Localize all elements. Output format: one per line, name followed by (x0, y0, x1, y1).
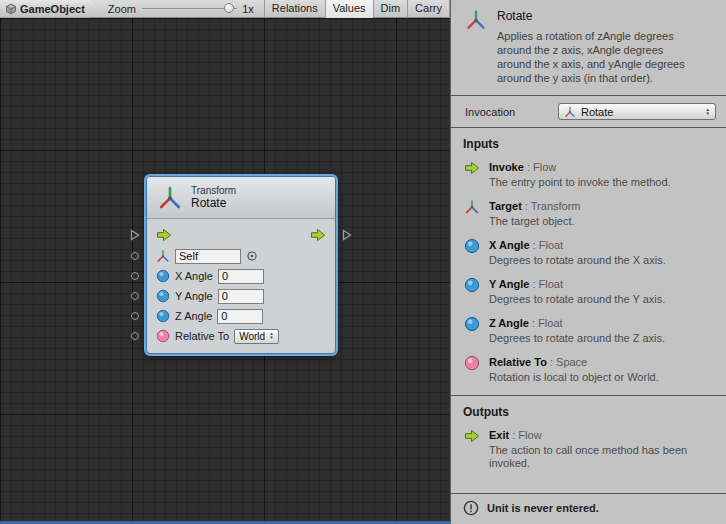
invocation-row: Invocation Rotate ▲▼ (451, 96, 726, 128)
node-row-self (147, 246, 335, 266)
transform-axes-icon (464, 199, 480, 215)
x-angle-label: X Angle (175, 270, 213, 282)
exit-flow-arrow-icon[interactable] (310, 227, 326, 243)
float-circle-icon (464, 238, 480, 254)
relative-to-label: Relative To (175, 330, 229, 342)
warning-bar: Unit is never entered. (451, 493, 726, 524)
z-angle-port[interactable] (131, 312, 139, 320)
port-entry-invoke: InvokeFlow The entry point to invoke the… (451, 155, 726, 194)
float-circle-icon (156, 269, 170, 283)
float-circle-icon (156, 289, 170, 303)
node-row-x-angle: X Angle (147, 266, 335, 286)
inspector-panel: Rotate Applies a rotation of zAngle degr… (450, 0, 726, 524)
x-angle-port[interactable] (131, 272, 139, 280)
zoom-slider-knob[interactable] (224, 3, 234, 13)
z-angle-input[interactable] (217, 309, 263, 324)
port-entry-exit: ExitFlow The action to call once method … (451, 423, 726, 475)
transform-axes-icon (564, 106, 576, 118)
graph-toolbar: GameObject Zoom 1x Relations Values Dim … (0, 0, 450, 18)
breadcrumb-gameobject[interactable]: GameObject (0, 0, 98, 18)
space-circle-icon (464, 355, 480, 371)
flow-output-port[interactable] (342, 229, 352, 241)
x-angle-input[interactable] (218, 269, 264, 284)
port-entry-z-angle: Z AngleFloat Degrees to rotate around th… (451, 311, 726, 350)
node-transform-rotate[interactable]: Transform Rotate (146, 176, 336, 354)
node-title: Transform (191, 185, 236, 196)
port-entry-x-angle: X AngleFloat Degrees to rotate around th… (451, 233, 726, 272)
invocation-dropdown[interactable]: Rotate ▲▼ (558, 103, 716, 120)
target-port[interactable] (131, 252, 139, 260)
tab-values[interactable]: Values (325, 0, 373, 18)
float-circle-icon (464, 316, 480, 332)
node-header[interactable]: Transform Rotate (147, 177, 335, 219)
unity-flow-graph-window: GameObject Zoom 1x Relations Values Dim … (0, 0, 726, 524)
transform-axes-icon (157, 185, 183, 211)
graph-canvas[interactable]: Transform Rotate (0, 18, 450, 524)
relative-to-value: World (239, 331, 265, 342)
transform-axes-icon (156, 249, 170, 263)
port-entry-relative-to: Relative ToSpace Rotation is local to ob… (451, 350, 726, 389)
node-row-y-angle: Y Angle (147, 286, 335, 306)
node-subtitle: Rotate (191, 196, 236, 210)
node-row-relative-to: Relative To World ▲▼ (147, 326, 335, 346)
zoom-value: 1x (242, 3, 254, 15)
transform-axes-icon (465, 9, 487, 31)
port-entry-target: TargetTransform The target object. (451, 194, 726, 233)
dropdown-arrows-icon: ▲▼ (706, 108, 710, 116)
dropdown-arrows-icon: ▲▼ (269, 332, 273, 340)
y-angle-port[interactable] (131, 292, 139, 300)
self-field[interactable] (175, 249, 241, 264)
y-angle-label: Y Angle (175, 290, 213, 302)
float-circle-icon (464, 277, 480, 293)
inspector-header: Rotate Applies a rotation of zAngle degr… (451, 0, 726, 96)
node-body: X Angle Y Angle Z Angle (147, 219, 335, 353)
port-entry-y-angle: Y AngleFloat Degrees to rotate around th… (451, 272, 726, 311)
warning-icon (463, 500, 479, 516)
zoom-label: Zoom (108, 3, 136, 15)
warning-text: Unit is never entered. (487, 502, 599, 514)
zoom-slider[interactable] (142, 0, 237, 18)
invoke-flow-arrow-icon[interactable] (156, 227, 172, 243)
relative-to-port[interactable] (131, 332, 139, 340)
tab-dim[interactable]: Dim (373, 0, 408, 18)
y-angle-input[interactable] (218, 289, 264, 304)
gameobject-cube-icon (5, 3, 17, 15)
invocation-value: Rotate (581, 106, 613, 118)
graph-area: GameObject Zoom 1x Relations Values Dim … (0, 0, 450, 524)
flow-input-port[interactable] (130, 229, 140, 241)
inspector-description: Applies a rotation of zAngle degrees aro… (497, 29, 695, 85)
tab-carry[interactable]: Carry (407, 0, 450, 18)
toolbar-tabs: Relations Values Dim Carry (264, 0, 450, 18)
node-row-flow (147, 224, 335, 246)
outputs-header: Outputs (451, 396, 726, 423)
float-circle-icon (156, 309, 170, 323)
tab-relations[interactable]: Relations (264, 0, 325, 18)
breadcrumb-label: GameObject (20, 3, 85, 15)
inputs-header: Inputs (451, 128, 726, 155)
relative-to-dropdown[interactable]: World ▲▼ (234, 329, 278, 344)
inspector-title: Rotate (497, 9, 695, 23)
zoom-slider-track (142, 8, 237, 10)
node-row-z-angle: Z Angle (147, 306, 335, 326)
space-circle-icon (156, 329, 170, 343)
flow-arrow-icon (464, 428, 480, 444)
invocation-label: Invocation (465, 106, 515, 118)
object-picker-icon[interactable] (246, 250, 258, 262)
flow-arrow-icon (464, 160, 480, 176)
z-angle-label: Z Angle (175, 310, 212, 322)
spacer (451, 475, 726, 493)
